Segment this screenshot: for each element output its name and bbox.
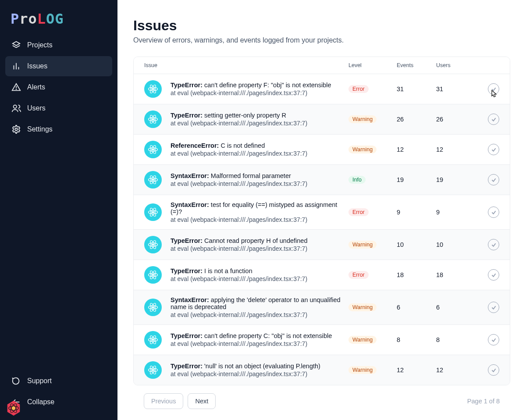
- level-badge: Warning: [348, 366, 377, 374]
- issue-text: TypeError: can't define property F: "obj…: [171, 82, 348, 96]
- resolve-button[interactable]: [488, 144, 499, 155]
- svg-point-6: [14, 105, 17, 108]
- react-icon: [144, 110, 162, 128]
- layers-icon: [11, 40, 21, 50]
- resolve-button[interactable]: [488, 364, 499, 376]
- table-row[interactable]: TypeError: can't define property F: "obj…: [134, 74, 510, 104]
- level-badge: Error: [348, 271, 369, 279]
- issue-text: TypeError: 'null' is not an object (eval…: [171, 363, 348, 377]
- level-badge: Warning: [348, 303, 377, 311]
- table-row[interactable]: TypeError: 'null' is not an object (eval…: [134, 355, 510, 385]
- issue-text: TypeError: setting getter-only property …: [171, 112, 348, 127]
- alert-triangle-icon: [11, 82, 21, 92]
- svg-point-41: [152, 339, 154, 341]
- bar-chart-icon: [11, 61, 21, 71]
- react-icon: [144, 171, 162, 189]
- level-badge: Warning: [348, 241, 377, 249]
- next-button[interactable]: Next: [188, 393, 216, 409]
- pagination: Previous Next Page 1 of 8: [133, 385, 510, 412]
- svg-point-5: [16, 89, 17, 89]
- resolve-button[interactable]: [488, 83, 499, 95]
- table-row[interactable]: TypeError: Cannot read property H of und…: [134, 230, 510, 260]
- issues-table: Issue Level Events Users TypeError: can'…: [133, 57, 510, 385]
- sidebar-item-projects[interactable]: Projects: [5, 35, 112, 55]
- sidebar-item-support[interactable]: Support: [5, 371, 112, 391]
- resolve-button[interactable]: [488, 174, 499, 185]
- prev-button[interactable]: Previous: [144, 393, 183, 409]
- error-type: TypeError:: [171, 363, 203, 370]
- users-icon: [11, 103, 21, 113]
- error-message: setting getter-only property R: [203, 112, 286, 119]
- users-count: 9: [436, 209, 476, 216]
- table-row[interactable]: SyntaxError: applying the 'delete' opera…: [134, 290, 510, 325]
- level-cell: Warning: [348, 366, 397, 374]
- resolve-button[interactable]: [488, 302, 499, 313]
- table-row[interactable]: TypeError: setting getter-only property …: [134, 104, 510, 135]
- svg-point-29: [152, 244, 154, 246]
- resolve-button[interactable]: [488, 334, 499, 345]
- users-count: 18: [436, 271, 476, 278]
- table-row[interactable]: SyntaxError: test for equality (==) mist…: [134, 195, 510, 230]
- sidebar-item-label: Issues: [27, 62, 47, 70]
- react-icon: [144, 299, 162, 316]
- brand-logo: ProLOG: [5, 8, 112, 35]
- table-row[interactable]: SyntaxError: Malformed formal parameter …: [134, 165, 510, 195]
- error-message: Malformed formal parameter: [209, 172, 291, 179]
- react-icon: [144, 266, 162, 284]
- table-row[interactable]: TypeError: can't define property C: "obj…: [134, 325, 510, 355]
- react-icon: [144, 141, 162, 158]
- error-type: TypeError:: [171, 237, 203, 244]
- issue-text: TypeError: can't define property C: "obj…: [171, 332, 348, 347]
- react-icon: [144, 80, 162, 98]
- level-cell: Warning: [348, 303, 397, 311]
- users-count: 10: [436, 241, 476, 248]
- col-level: Level: [348, 62, 397, 68]
- svg-point-25: [152, 211, 154, 214]
- users-count: 12: [436, 367, 476, 374]
- table-row[interactable]: TypeError: I is not a function at eval (…: [134, 260, 510, 290]
- react-icon: [144, 361, 162, 379]
- issue-text: TypeError: I is not a function at eval (…: [171, 267, 348, 282]
- level-cell: Warning: [348, 241, 397, 249]
- error-message: I is not a function: [203, 267, 252, 274]
- stack-trace: at eval (webpack-internal:///./pages/ind…: [171, 311, 348, 318]
- page-title: Issues: [133, 18, 510, 34]
- primary-nav: Projects Issues Alerts Users Settings: [5, 35, 112, 139]
- level-cell: Error: [348, 271, 397, 279]
- sidebar-item-label: Alerts: [27, 83, 45, 91]
- level-cell: Warning: [348, 336, 397, 344]
- level-badge: Info: [348, 176, 366, 184]
- sidebar-item-alerts[interactable]: Alerts: [5, 77, 112, 97]
- resolve-button[interactable]: [488, 114, 499, 125]
- stack-trace: at eval (webpack-internal:///./pages/ind…: [171, 180, 348, 187]
- error-message: Cannot read property H of undefined: [203, 237, 307, 244]
- sidebar-item-settings[interactable]: Settings: [5, 119, 112, 139]
- table-header: Issue Level Events Users: [134, 57, 510, 74]
- stack-trace: at eval (webpack-internal:///./pages/ind…: [171, 120, 348, 127]
- resolve-button[interactable]: [488, 206, 499, 218]
- svg-point-13: [152, 118, 154, 121]
- error-message: can't define property C: "obj" is not ex…: [203, 332, 332, 339]
- stack-trace: at eval (webpack-internal:///./pages/ind…: [171, 89, 348, 96]
- error-type: ReferenceError:: [171, 142, 219, 149]
- resolve-button[interactable]: [488, 269, 499, 281]
- sidebar-item-label: Projects: [27, 41, 53, 49]
- table-row[interactable]: ReferenceError: C is not defined at eval…: [134, 135, 510, 165]
- events-count: 18: [397, 271, 436, 278]
- events-count: 31: [397, 85, 436, 93]
- error-message: can't define property F: "obj" is not ex…: [203, 82, 331, 89]
- level-cell: Error: [348, 85, 397, 93]
- stack-trace: at eval (webpack-internal:///./pages/ind…: [171, 340, 348, 347]
- col-users: Users: [436, 62, 476, 68]
- issue-text: SyntaxError: Malformed formal parameter …: [171, 172, 348, 187]
- sidebar-item-issues[interactable]: Issues: [5, 56, 112, 76]
- stack-trace: at eval (webpack-internal:///./pages/ind…: [171, 275, 348, 282]
- events-count: 8: [397, 336, 436, 343]
- react-icon: [144, 236, 162, 253]
- sidebar: ProLOG Projects Issues Alerts Users: [0, 0, 117, 420]
- gear-icon: [11, 125, 21, 134]
- error-type: TypeError:: [171, 82, 203, 89]
- resolve-button[interactable]: [488, 239, 499, 250]
- level-cell: Info: [348, 176, 397, 184]
- sidebar-item-users[interactable]: Users: [5, 98, 112, 118]
